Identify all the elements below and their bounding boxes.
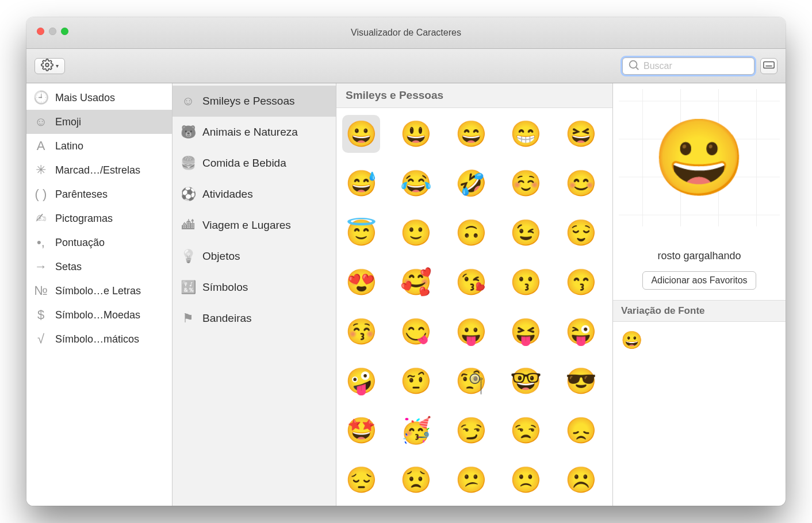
subcategory-item[interactable]: 🐻Animais e Natureza (173, 117, 336, 148)
subcategory-item-label: Atividades (202, 188, 253, 201)
category-item[interactable]: ( )Parênteses (26, 182, 172, 206)
category-item[interactable]: •,Pontuação (26, 230, 172, 255)
category-item[interactable]: √Símbolo…máticos (26, 327, 172, 351)
emoji-cell[interactable]: 🥰 (397, 263, 435, 301)
category-item[interactable]: →Setas (26, 255, 172, 279)
subcategory-item-label: Símbolos (202, 281, 248, 294)
asterisk-icon: ✳︎ (33, 163, 48, 178)
emoji-cell[interactable]: 😇 (342, 214, 380, 252)
category-item-label: Marcad…/Estrelas (55, 164, 140, 176)
zoom-icon[interactable] (61, 28, 68, 35)
emoji-cell[interactable]: 😟 (397, 461, 435, 499)
minimize-icon[interactable] (49, 28, 56, 35)
emoji-cell[interactable]: 🙁 (507, 461, 545, 499)
category-item[interactable]: ✳︎Marcad…/Estrelas (26, 158, 172, 182)
subcategory-item[interactable]: 🔣Símbolos (173, 272, 336, 303)
emoji-cell[interactable]: ☹️ (562, 461, 600, 499)
emoji-cell[interactable]: 🙃 (452, 214, 490, 252)
grid-body[interactable]: 😀😃😄😁😆😅😂🤣☺️😊😇🙂🙃😉😌😍🥰😘😗😙😚😋😛😝😜🤪🤨🧐🤓😎🤩🥳😏😒😞😔😟😕🙁… (336, 108, 612, 506)
subcategory-item[interactable]: ⚑Bandeiras (173, 303, 336, 334)
settings-button[interactable]: ▾ (35, 58, 65, 74)
emoji-cell[interactable]: 😒 (507, 412, 545, 449)
gear-icon (41, 59, 53, 74)
category-item[interactable]: ☺Emoji (26, 110, 172, 134)
emoji-cell[interactable]: 😍 (342, 263, 380, 301)
subcategory-item[interactable]: 🏙Viagem e Lugares (173, 210, 336, 241)
category-item-label: Símbolo…Moedas (55, 309, 140, 321)
emoji-cell[interactable]: 😘 (452, 263, 490, 301)
category-item-label: Símbolo…máticos (55, 333, 139, 345)
subcategory-item[interactable]: 🍔Comida e Bebida (173, 148, 336, 179)
emoji-cell[interactable]: 😏 (452, 412, 490, 449)
sqrt-icon: √ (33, 332, 48, 347)
category-item[interactable]: №Símbolo…e Letras (26, 279, 172, 303)
category-item[interactable]: $Símbolo…Moedas (26, 303, 172, 327)
emoji-cell[interactable]: 😛 (452, 313, 490, 351)
emoji-cell[interactable]: 😁 (507, 115, 545, 153)
emoji-cell[interactable]: 🤨 (397, 362, 435, 400)
preview-panel: 😀 rosto gargalhando Adicionar aos Favori… (613, 83, 786, 506)
emoji-cell[interactable]: 😅 (342, 164, 380, 202)
svg-rect-3 (764, 62, 774, 68)
add-favorite-button[interactable]: Adicionar aos Favoritos (642, 271, 756, 290)
subcategory-item[interactable]: ⚽Atividades (173, 179, 336, 210)
emoji-cell[interactable]: 😌 (562, 214, 600, 252)
emoji-cell[interactable]: 😀 (342, 115, 380, 153)
emoji-cell[interactable]: 😂 (397, 164, 435, 202)
category-item[interactable]: 🕘Mais Usados (26, 86, 172, 110)
subcategory-item[interactable]: ☺Smileys e Pessoas (173, 86, 336, 117)
font-variants[interactable]: 😀 (613, 322, 786, 358)
emoji-cell[interactable]: ☺️ (507, 164, 545, 202)
emoji-cell[interactable]: 😞 (562, 412, 600, 449)
subcategory-item[interactable]: 💡Objetos (173, 241, 336, 272)
emoji-cell[interactable]: 😃 (397, 115, 435, 153)
close-icon[interactable] (37, 28, 44, 35)
emoji-cell[interactable]: 😋 (397, 313, 435, 351)
font-variation-header: Variação de Fonte (613, 300, 786, 322)
category-item-label: Emoji (55, 116, 81, 128)
category-sidebar[interactable]: 🕘Mais Usados☺EmojiALatino✳︎Marcad…/Estre… (26, 83, 173, 506)
emoji-cell[interactable]: 😆 (562, 115, 600, 153)
svg-line-2 (636, 67, 638, 70)
emoji-cell[interactable]: 😄 (452, 115, 490, 153)
category-item-label: Símbolo…e Letras (55, 285, 141, 297)
category-item[interactable]: ✍︎Pictogramas (26, 206, 172, 230)
search-field[interactable] (622, 57, 754, 75)
category-item-label: Latino (55, 140, 83, 152)
preview-area: 😀 (613, 83, 786, 233)
subcategory-sidebar[interactable]: ☺Smileys e Pessoas🐻Animais e Natureza🍔Co… (173, 83, 336, 506)
emoji-cell[interactable]: 😜 (562, 313, 600, 351)
character-name: rosto gargalhando (613, 250, 786, 262)
font-variant-item[interactable]: 😀 (621, 330, 642, 349)
emoji-cell[interactable]: 🥳 (397, 412, 435, 449)
dollar-icon: $ (33, 307, 48, 322)
ball-icon: ⚽ (181, 187, 196, 202)
emoji-cell[interactable]: 🤣 (452, 164, 490, 202)
emoji-cell[interactable]: 😙 (562, 263, 600, 301)
emoji-cell[interactable]: 🙂 (397, 214, 435, 252)
emoji-cell[interactable]: 🤓 (507, 362, 545, 400)
emoji-cell[interactable]: 😗 (507, 263, 545, 301)
subcategory-item-label: Smileys e Pessoas (202, 95, 295, 107)
compact-view-button[interactable] (760, 58, 777, 74)
emoji-cell[interactable]: 😔 (342, 461, 380, 499)
toolbar: ▾ (26, 49, 786, 83)
svg-point-1 (630, 61, 637, 68)
emoji-cell[interactable]: 🧐 (452, 362, 490, 400)
category-item-label: Pictogramas (55, 213, 113, 225)
emoji-cell[interactable]: 🤩 (342, 412, 380, 449)
smile-icon: ☺ (181, 94, 196, 109)
emoji-cell[interactable]: 😉 (507, 214, 545, 252)
category-item[interactable]: ALatino (26, 134, 172, 158)
numero-icon: № (33, 283, 48, 298)
emoji-cell[interactable]: 😝 (507, 313, 545, 351)
emoji-cell[interactable]: 😊 (562, 164, 600, 202)
emoji-cell[interactable]: 😚 (342, 313, 380, 351)
character-grid-column: Smileys e Pessoas 😀😃😄😁😆😅😂🤣☺️😊😇🙂🙃😉😌😍🥰😘😗😙😚… (336, 83, 613, 506)
emoji-cell[interactable]: 🤪 (342, 362, 380, 400)
emoji-cell[interactable]: 😎 (562, 362, 600, 400)
titlebar: Visualizador de Caracteres (26, 17, 786, 49)
emoji-cell[interactable]: 😕 (452, 461, 490, 499)
preview-character: 😀 (653, 114, 746, 202)
search-input[interactable] (644, 61, 759, 71)
